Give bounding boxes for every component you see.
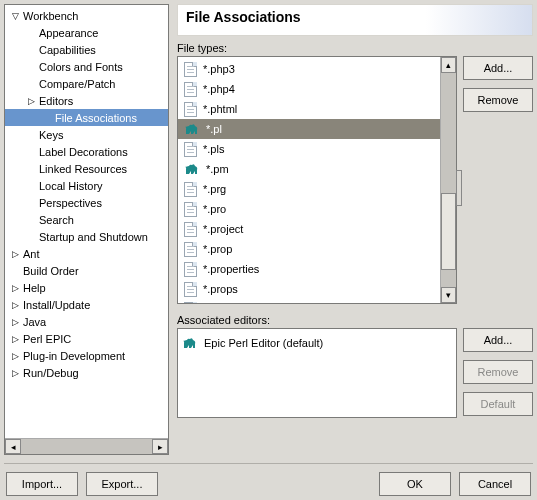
tree-item-label: Keys bbox=[37, 129, 63, 141]
tree-item-perl-epic[interactable]: ▷Perl EPIC bbox=[5, 330, 168, 347]
file-type-label: *.php3 bbox=[203, 63, 235, 75]
camel-icon bbox=[184, 162, 200, 176]
tree-expand-icon[interactable]: ▷ bbox=[9, 334, 21, 344]
file-type-item[interactable]: *.pm bbox=[178, 159, 440, 179]
tree-item-workbench[interactable]: ▽Workbench bbox=[5, 7, 168, 24]
file-type-label: *.php4 bbox=[203, 83, 235, 95]
associated-editors-list[interactable]: Epic Perl Editor (default) bbox=[177, 328, 457, 418]
file-type-label: *.project bbox=[203, 223, 243, 235]
tree-item-label: Label Decorations bbox=[37, 146, 128, 158]
tree-item-label: Appearance bbox=[37, 27, 98, 39]
file-type-item[interactable]: *.properties bbox=[178, 259, 440, 279]
tree-expand-icon[interactable]: ▷ bbox=[9, 351, 21, 361]
tree-item-install-update[interactable]: ▷Install/Update bbox=[5, 296, 168, 313]
tree-item-label: Perl EPIC bbox=[21, 333, 71, 345]
tree-expand-icon[interactable]: ▷ bbox=[9, 283, 21, 293]
tree-item-editors[interactable]: ▷Editors bbox=[5, 92, 168, 109]
editors-add-button[interactable]: Add... bbox=[463, 328, 533, 352]
tree-item-label: Help bbox=[21, 282, 46, 294]
file-type-item[interactable]: *.pro bbox=[178, 199, 440, 219]
file-types-scrollbar[interactable]: ▴ ▾ bbox=[440, 57, 456, 303]
scroll-down-icon[interactable]: ▾ bbox=[441, 287, 456, 303]
tree-item-keys[interactable]: ▷Keys bbox=[5, 126, 168, 143]
tree-item-label: Search bbox=[37, 214, 74, 226]
file-types-label: File types: bbox=[177, 42, 533, 54]
tree-item-run-debug[interactable]: ▷Run/Debug bbox=[5, 364, 168, 381]
file-type-item[interactable]: *.prg bbox=[178, 179, 440, 199]
tree-item-compare-patch[interactable]: ▷Compare/Patch bbox=[5, 75, 168, 92]
tree-item-label: Ant bbox=[21, 248, 40, 260]
file-type-label: *.phtml bbox=[203, 103, 237, 115]
scroll-track[interactable] bbox=[21, 439, 152, 454]
scroll-right-icon[interactable]: ▸ bbox=[152, 439, 168, 454]
editor-item[interactable]: Epic Perl Editor (default) bbox=[182, 333, 452, 353]
side-drag-handle[interactable] bbox=[456, 170, 462, 206]
tree-item-label-decorations[interactable]: ▷Label Decorations bbox=[5, 143, 168, 160]
file-type-label: *.properties bbox=[203, 263, 259, 275]
page-title: File Associations bbox=[177, 4, 533, 36]
tree-collapse-icon[interactable]: ▽ bbox=[9, 11, 21, 21]
tree-item-label: Compare/Patch bbox=[37, 78, 115, 90]
preferences-tree: ▽Workbench▷Appearance▷Capabilities▷Color… bbox=[4, 4, 169, 455]
file-icon bbox=[184, 142, 197, 157]
tree-expand-icon[interactable]: ▷ bbox=[9, 317, 21, 327]
tree-item-label: Java bbox=[21, 316, 46, 328]
import-button[interactable]: Import... bbox=[6, 472, 78, 496]
file-type-item[interactable]: *.phtml bbox=[178, 99, 440, 119]
file-type-label: *.pro bbox=[203, 203, 226, 215]
tree-expand-icon[interactable]: ▷ bbox=[25, 96, 37, 106]
cancel-button[interactable]: Cancel bbox=[459, 472, 531, 496]
tree-item-label: Local History bbox=[37, 180, 103, 192]
tree-item-perspectives[interactable]: ▷Perspectives bbox=[5, 194, 168, 211]
file-type-item[interactable]: *.pls bbox=[178, 139, 440, 159]
tree-item-appearance[interactable]: ▷Appearance bbox=[5, 24, 168, 41]
file-type-item[interactable]: *.php4 bbox=[178, 79, 440, 99]
tree-item-label: Startup and Shutdown bbox=[37, 231, 148, 243]
export-button[interactable]: Export... bbox=[86, 472, 158, 496]
file-type-label: *.prg bbox=[203, 183, 226, 195]
tree-item-startup-and-shutdown[interactable]: ▷Startup and Shutdown bbox=[5, 228, 168, 245]
file-icon bbox=[184, 182, 197, 197]
tree-item-file-associations[interactable]: ▷File Associations bbox=[5, 109, 168, 126]
file-type-item[interactable]: *.prop bbox=[178, 239, 440, 259]
file-type-item[interactable]: *.pl bbox=[178, 119, 440, 139]
editors-remove-button[interactable]: Remove bbox=[463, 360, 533, 384]
ok-button[interactable]: OK bbox=[379, 472, 451, 496]
file-icon bbox=[184, 282, 197, 297]
tree-item-help[interactable]: ▷Help bbox=[5, 279, 168, 296]
tree-item-plug-in-development[interactable]: ▷Plug-in Development bbox=[5, 347, 168, 364]
tree-item-label: Plug-in Development bbox=[21, 350, 125, 362]
tree-item-label: File Associations bbox=[53, 112, 137, 124]
file-types-add-button[interactable]: Add... bbox=[463, 56, 533, 80]
tree-item-ant[interactable]: ▷Ant bbox=[5, 245, 168, 262]
editors-default-button[interactable]: Default bbox=[463, 392, 533, 416]
editor-label: Epic Perl Editor (default) bbox=[204, 337, 323, 349]
file-type-label: *.pl bbox=[206, 123, 222, 135]
scroll-up-icon[interactable]: ▴ bbox=[441, 57, 456, 73]
file-type-item[interactable]: *.project bbox=[178, 219, 440, 239]
tree-expand-icon[interactable]: ▷ bbox=[9, 368, 21, 378]
file-type-item[interactable]: *.props bbox=[178, 279, 440, 299]
tree-item-label: Run/Debug bbox=[21, 367, 79, 379]
tree-item-search[interactable]: ▷Search bbox=[5, 211, 168, 228]
tree-item-label: Linked Resources bbox=[37, 163, 127, 175]
tree-item-colors-and-fonts[interactable]: ▷Colors and Fonts bbox=[5, 58, 168, 75]
file-type-item[interactable]: *.php3 bbox=[178, 59, 440, 79]
tree-item-local-history[interactable]: ▷Local History bbox=[5, 177, 168, 194]
camel-icon bbox=[182, 336, 198, 350]
scroll-left-icon[interactable]: ◂ bbox=[5, 439, 21, 454]
tree-item-capabilities[interactable]: ▷Capabilities bbox=[5, 41, 168, 58]
tree-item-linked-resources[interactable]: ▷Linked Resources bbox=[5, 160, 168, 177]
tree-expand-icon[interactable]: ▷ bbox=[9, 300, 21, 310]
camel-icon bbox=[184, 122, 200, 136]
file-types-remove-button[interactable]: Remove bbox=[463, 88, 533, 112]
tree-item-java[interactable]: ▷Java bbox=[5, 313, 168, 330]
tree-horizontal-scrollbar[interactable]: ◂ ▸ bbox=[5, 438, 168, 454]
file-icon bbox=[184, 262, 197, 277]
tree-item-build-order[interactable]: ▷Build Order bbox=[5, 262, 168, 279]
tree-expand-icon[interactable]: ▷ bbox=[9, 249, 21, 259]
file-type-label: *.pm bbox=[206, 163, 229, 175]
tree-item-label: Build Order bbox=[21, 265, 79, 277]
file-types-list[interactable]: *.php3*.php4*.phtml*.pl*.pls*.pm*.prg*.p… bbox=[177, 56, 457, 304]
file-type-item[interactable]: *.ps bbox=[178, 299, 440, 303]
